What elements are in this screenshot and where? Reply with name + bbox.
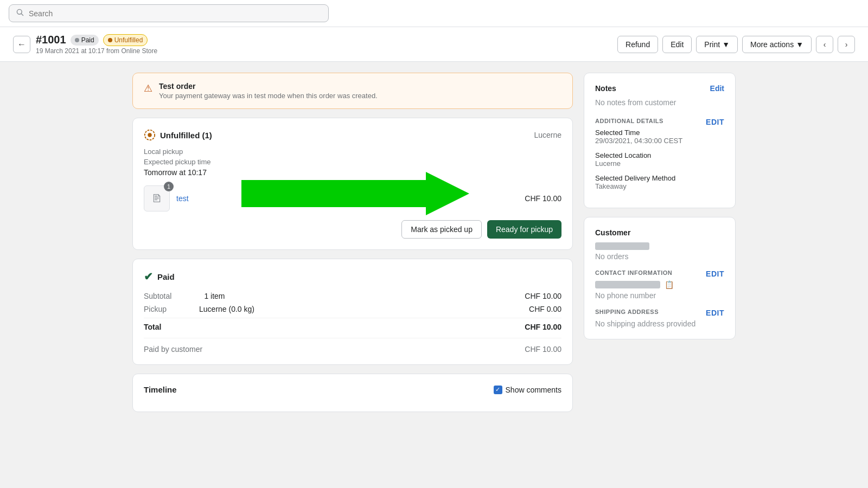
paid-by-row: Paid by customer CHF 10.00 <box>144 338 561 354</box>
back-button[interactable]: ← <box>13 36 30 53</box>
unfulfilled-title: Unfulfilled (1) <box>144 129 212 141</box>
contact-blurred <box>595 281 660 288</box>
copy-icon[interactable]: 📋 <box>665 280 674 289</box>
location-label: Lucerne <box>534 131 561 139</box>
contact-info-label: CONTACT INFORMATION Edit <box>595 269 724 276</box>
svg-line-1 <box>21 14 23 16</box>
prev-order-button[interactable]: ‹ <box>816 36 833 53</box>
page-header: ← #1001 Paid Unfulfilled 19 March 2021 a… <box>0 27 868 62</box>
header-badges: #1001 Paid Unfulfilled <box>36 34 157 46</box>
customer-card: Customer No orders CONTACT INFORMATION E… <box>584 217 736 339</box>
selected-delivery-value: Takeaway <box>595 182 724 190</box>
selected-time-label: Selected Time <box>595 129 724 137</box>
unfulfilled-actions: Mark as picked up Ready for pickup <box>144 220 561 239</box>
notes-edit-link[interactable]: Edit <box>710 84 724 93</box>
refund-button[interactable]: Refund <box>617 36 658 53</box>
unfulfilled-icon <box>144 129 156 141</box>
right-column: Notes Edit No notes from customer ADDITI… <box>584 73 736 412</box>
timeline-title: Timeline <box>144 385 177 394</box>
unfulfilled-header: Unfulfilled (1) Lucerne <box>144 129 561 141</box>
selected-delivery-field: Selected Delivery Method Takeaway <box>595 174 724 190</box>
order-date: 19 March 2021 at 10:17 from Online Store <box>36 47 157 55</box>
no-address-text: No shipping address provided <box>595 319 724 328</box>
pickup-time: Tomorrow at 10:17 <box>144 168 561 177</box>
alert-icon: ⚠ <box>144 82 152 94</box>
timeline-header: Timeline Show comments <box>144 385 561 394</box>
item-thumbnail: 🖹 1 <box>144 185 170 211</box>
paid-check-icon: ✔ <box>144 270 153 283</box>
top-bar <box>0 0 868 27</box>
chevron-down-icon-2: ▼ <box>796 40 803 49</box>
order-number: #1001 <box>36 34 66 46</box>
item-area: 🖹 1 test CHF 10.00 <box>144 185 561 211</box>
edit-button[interactable]: Edit <box>662 36 692 53</box>
selected-location-value: Lucerne <box>595 159 724 168</box>
notes-card: Notes Edit No notes from customer ADDITI… <box>584 73 736 208</box>
contact-row: 📋 <box>595 280 724 289</box>
paid-dot <box>75 38 79 42</box>
expected-label: Expected pickup time <box>144 158 561 166</box>
alert-title: Test order <box>159 82 378 91</box>
svg-point-3 <box>148 133 151 137</box>
paid-badge: Paid <box>71 35 99 46</box>
header-left: ← #1001 Paid Unfulfilled 19 March 2021 a… <box>13 34 157 55</box>
ready-for-pickup-button[interactable]: Ready for pickup <box>487 220 561 239</box>
header-title-group: #1001 Paid Unfulfilled 19 March 2021 at … <box>36 34 157 55</box>
more-actions-button[interactable]: More actions ▼ <box>742 36 812 53</box>
shipping-address-label: SHIPPING ADDRESS Edit <box>595 309 724 315</box>
timeline-card: Timeline Show comments <box>132 374 573 412</box>
item-price: CHF 10.00 <box>525 194 561 203</box>
pickup-row: Pickup Lucerne (0.0 kg) CHF 0.00 <box>144 305 561 313</box>
show-comments-checkbox[interactable] <box>494 386 502 394</box>
total-row: Total CHF 10.00 <box>144 318 561 331</box>
customer-title: Customer <box>595 228 724 237</box>
print-button[interactable]: Print ▼ <box>696 36 738 53</box>
alert-content: Test order Your payment gateway was in t… <box>159 82 378 100</box>
item-link[interactable]: test <box>176 194 189 203</box>
customer-name-blurred <box>595 242 649 250</box>
paid-card: ✔ Paid Subtotal 1 item CHF 10.00 Pickup … <box>132 259 573 365</box>
show-comments-toggle[interactable]: Show comments <box>494 386 561 394</box>
local-pickup-label: Local pickup <box>144 147 561 156</box>
search-input[interactable] <box>29 9 322 18</box>
selected-time-value: 29/03/2021, 04:30:00 CEST <box>595 137 724 145</box>
no-orders-text: No orders <box>595 252 724 261</box>
notes-header: Notes Edit <box>595 84 724 93</box>
chevron-down-icon: ▼ <box>722 40 730 49</box>
unfulfilled-badge: Unfulfilled <box>103 34 148 46</box>
no-phone-text: No phone number <box>595 291 724 300</box>
left-column: ⚠ Test order Your payment gateway was in… <box>132 73 573 412</box>
selected-location-label: Selected Location <box>595 151 724 159</box>
item-row: 🖹 1 test CHF 10.00 <box>144 185 561 211</box>
selected-location-field: Selected Location Lucerne <box>595 151 724 168</box>
shipping-edit-link[interactable]: Edit <box>706 309 724 317</box>
header-right: Refund Edit Print ▼ More actions ▼ ‹ › <box>617 36 855 53</box>
unfulfilled-dot <box>108 38 112 42</box>
unfulfilled-card: Unfulfilled (1) Lucerne Local pickup Exp… <box>132 118 573 250</box>
contact-edit-link[interactable]: Edit <box>706 269 724 278</box>
additional-details-edit-link[interactable]: Edit <box>706 118 724 126</box>
selected-delivery-label: Selected Delivery Method <box>595 174 724 182</box>
additional-details-label: ADDITIONAL DETAILS Edit <box>595 118 724 124</box>
main-content: ⚠ Test order Your payment gateway was in… <box>119 62 749 423</box>
subtotal-row: Subtotal 1 item CHF 10.00 <box>144 292 561 300</box>
selected-time-field: Selected Time 29/03/2021, 04:30:00 CEST <box>595 129 724 145</box>
mark-picked-up-button[interactable]: Mark as picked up <box>401 220 482 239</box>
alert-description: Your payment gateway was in test mode wh… <box>159 92 378 100</box>
paid-title: ✔ Paid <box>144 270 561 283</box>
item-count-badge: 1 <box>164 182 174 191</box>
test-order-alert: ⚠ Test order Your payment gateway was in… <box>132 73 573 109</box>
search-icon <box>16 8 24 18</box>
no-notes-text: No notes from customer <box>595 98 676 107</box>
document-icon: 🖹 <box>151 192 162 205</box>
search-box[interactable] <box>9 4 329 22</box>
next-order-button[interactable]: › <box>838 36 855 53</box>
